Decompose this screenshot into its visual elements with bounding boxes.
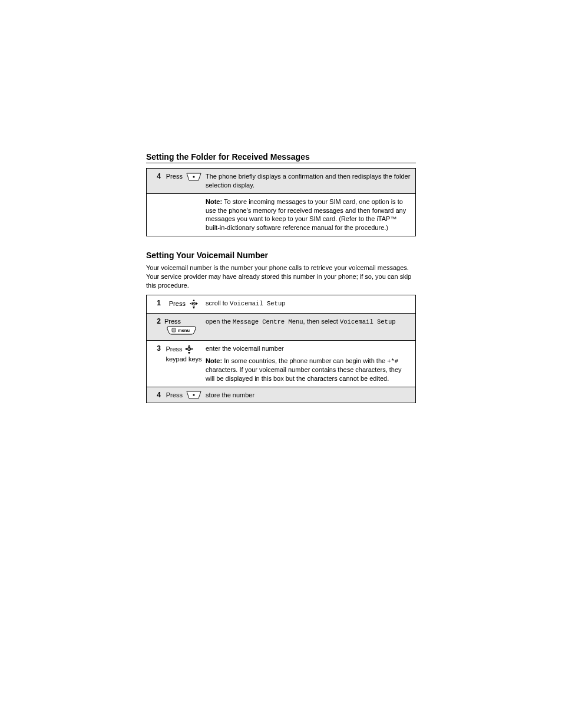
select-key-icon bbox=[186, 391, 201, 399]
note-text: To store incoming messages to your SIM c… bbox=[206, 198, 406, 232]
step-number: 2 bbox=[147, 314, 163, 340]
section-title-1: Setting the Folder for Received Messages bbox=[146, 152, 416, 162]
step-description: The phone briefly displays a confirmatio… bbox=[204, 169, 415, 193]
rule-1 bbox=[146, 163, 416, 163]
nav-key-icon bbox=[189, 299, 199, 309]
note-label: Note: bbox=[206, 198, 222, 205]
action-label: Press bbox=[166, 173, 183, 180]
desc-code: Message Centre Menu bbox=[233, 318, 303, 325]
step-action: Press bbox=[163, 387, 204, 403]
action-label: Press bbox=[169, 300, 186, 307]
action-label: Press bbox=[164, 318, 181, 325]
table-row: 3 Press keypad keys bbox=[147, 340, 415, 387]
svg-point-0 bbox=[193, 176, 195, 177]
step-action: Press menu bbox=[163, 314, 204, 340]
svg-point-8 bbox=[189, 348, 190, 350]
empty-cell bbox=[163, 194, 204, 236]
action-suffix: keypad keys bbox=[166, 355, 201, 363]
step-description: open the Message Centre Menu, then selec… bbox=[204, 314, 415, 340]
step-number: 3 bbox=[147, 341, 163, 387]
step-description: scroll to Voicemail Setup bbox=[204, 295, 415, 313]
step-action: Press keypad keys bbox=[163, 341, 204, 387]
step-description: store the number bbox=[204, 387, 415, 403]
note-text: In some countries, the phone number can … bbox=[222, 357, 387, 364]
table-row: 2 Press menu open the bbox=[147, 313, 415, 340]
note-code: +*# bbox=[387, 358, 398, 365]
table-row: 4 Press store the number bbox=[147, 387, 415, 403]
svg-text:menu: menu bbox=[178, 328, 190, 333]
desc-code: Voicemail Setup bbox=[230, 300, 286, 307]
step-number: 4 bbox=[147, 387, 163, 403]
table-row: Note: To store incoming messages to your… bbox=[147, 193, 415, 236]
select-key-icon bbox=[186, 173, 201, 181]
desc-text: enter the voicemail number bbox=[206, 345, 284, 352]
section-title-2: Setting Your Voicemail Number bbox=[146, 251, 416, 260]
note-label: Note: bbox=[206, 357, 222, 364]
action-label: Press bbox=[166, 345, 184, 353]
step-note: Note: To store incoming messages to your… bbox=[204, 194, 415, 236]
desc-prefix: open the bbox=[206, 318, 233, 325]
note-text: characters. If your voicemail number con… bbox=[206, 366, 402, 382]
step-action: Press bbox=[163, 169, 204, 193]
step-number: 1 bbox=[147, 295, 163, 313]
table-1: 4 Press The phone briefly displays a con… bbox=[146, 168, 416, 236]
step-description: enter the voicemail number Note: In some… bbox=[204, 341, 415, 387]
action-label: Press bbox=[166, 391, 183, 398]
intro-text: Your voicemail number is the number your… bbox=[146, 263, 416, 290]
desc-mid: , then select bbox=[303, 318, 340, 325]
table-row: 1 Press bbox=[147, 295, 415, 313]
table-2: 1 Press bbox=[146, 295, 416, 404]
svg-point-2 bbox=[193, 303, 194, 304]
step-number: 4 bbox=[147, 169, 163, 193]
desc-code: Voicemail Setup bbox=[340, 318, 396, 325]
svg-point-9 bbox=[193, 394, 195, 396]
desc-prefix: scroll to bbox=[206, 299, 230, 307]
step-action: Press bbox=[163, 295, 204, 313]
empty-cell bbox=[147, 194, 163, 236]
table-row: 4 Press The phone briefly displays a con… bbox=[147, 169, 415, 193]
menu-key-icon: menu bbox=[166, 325, 197, 337]
nav-key-icon bbox=[184, 344, 194, 355]
